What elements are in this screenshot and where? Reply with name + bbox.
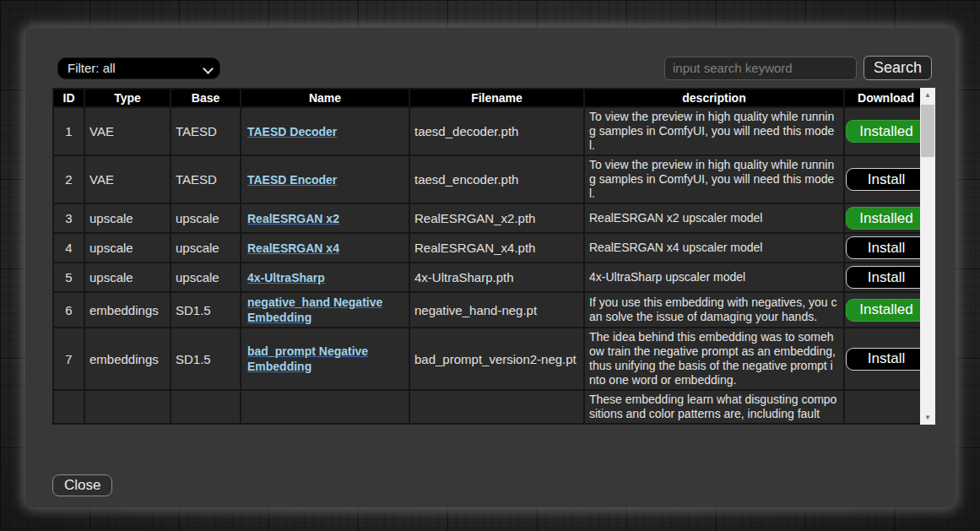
filter-dropdown-wrap: Filter: all bbox=[57, 57, 220, 79]
cell-type bbox=[85, 391, 170, 423]
cell-id: 3 bbox=[54, 204, 84, 232]
cell-download: Install bbox=[845, 156, 927, 203]
cell-filename: taesd_encoder.pth bbox=[410, 156, 583, 203]
cell-filename: RealESRGAN_x2.pth bbox=[410, 204, 583, 232]
cell-base: upscale bbox=[171, 263, 240, 291]
cell-type: VAE bbox=[85, 108, 170, 154]
cell-name: RealESRGAN x2 bbox=[241, 204, 409, 232]
cell-filename: taesd_decoder.pth bbox=[410, 108, 583, 154]
search-input[interactable] bbox=[664, 57, 857, 80]
cell-base: SD1.5 bbox=[171, 328, 240, 389]
table-row: 7 embeddings SD1.5 bad_prompt Negative E… bbox=[54, 328, 927, 389]
cell-type: embeddings bbox=[85, 293, 170, 327]
cell-download: Install bbox=[845, 263, 927, 291]
cell-type: embeddings bbox=[85, 328, 170, 389]
cell-description: The idea behind this embedding was to so… bbox=[585, 328, 843, 389]
cell-download: Installed bbox=[845, 293, 927, 327]
cell-filename bbox=[410, 391, 583, 423]
cell-name: TAESD Encoder bbox=[241, 156, 409, 203]
model-name-link[interactable]: TAESD Decoder bbox=[247, 125, 337, 138]
cell-id: 7 bbox=[54, 328, 84, 389]
model-name-link[interactable]: negative_hand Negative Embedding bbox=[247, 295, 382, 324]
filter-select[interactable]: Filter: all bbox=[57, 57, 220, 79]
model-table-viewport: IDTypeBaseNameFilenamedescriptionDownloa… bbox=[52, 88, 935, 425]
cell-description: RealESRGAN x2 upscaler model bbox=[585, 204, 843, 232]
table-row: These embedding learn what disgusting co… bbox=[54, 391, 927, 423]
cell-name: negative_hand Negative Embedding bbox=[241, 293, 409, 327]
scroll-down-icon[interactable]: ▼ bbox=[920, 410, 935, 425]
cell-base bbox=[171, 391, 240, 423]
cell-download bbox=[845, 391, 927, 423]
cell-name: bad_prompt Negative Embedding bbox=[241, 328, 409, 389]
cell-description: RealESRGAN x4 upscaler model bbox=[585, 234, 843, 262]
install-models-dialog: Filter: all Search IDTypeBaseNameFilenam… bbox=[25, 28, 956, 507]
model-name-link[interactable]: RealESRGAN x2 bbox=[247, 212, 339, 225]
cell-name: RealESRGAN x4 bbox=[241, 234, 409, 262]
table-row: 3 upscale upscale RealESRGAN x2 RealESRG… bbox=[54, 204, 927, 232]
cell-description: 4x-UltraSharp upscaler model bbox=[585, 263, 843, 291]
search-button[interactable]: Search bbox=[864, 56, 932, 80]
cell-type: upscale bbox=[85, 204, 170, 232]
column-header: Type bbox=[85, 89, 170, 106]
scroll-up-icon[interactable]: ▲ bbox=[920, 88, 935, 102]
cell-name bbox=[241, 391, 409, 423]
cell-download: Installed bbox=[845, 108, 927, 154]
model-name-link[interactable]: RealESRGAN x4 bbox=[247, 241, 339, 255]
download-button[interactable]: Install bbox=[846, 168, 927, 191]
table-row: 1 VAE TAESD TAESD Decoder taesd_decoder.… bbox=[54, 108, 927, 154]
table-header-row: IDTypeBaseNameFilenamedescriptionDownloa… bbox=[54, 89, 927, 106]
cell-base: SD1.5 bbox=[171, 293, 240, 327]
toolbar: Filter: all Search bbox=[52, 56, 932, 80]
cell-id: 6 bbox=[54, 293, 84, 327]
vertical-scrollbar[interactable]: ▲ ▼ bbox=[920, 88, 935, 425]
table-row: 4 upscale upscale RealESRGAN x4 RealESRG… bbox=[54, 234, 927, 262]
cell-description: To view the preview in high quality whil… bbox=[585, 156, 843, 203]
cell-type: VAE bbox=[85, 156, 170, 203]
table-row: 5 upscale upscale 4x-UltraSharp 4x-Ultra… bbox=[54, 263, 927, 291]
cell-id: 2 bbox=[54, 156, 84, 203]
cell-filename: 4x-UltraSharp.pth bbox=[410, 263, 583, 291]
cell-description: To view the preview in high quality whil… bbox=[585, 108, 843, 154]
cell-type: upscale bbox=[85, 263, 170, 291]
cell-base: upscale bbox=[171, 204, 240, 232]
cell-download: Install bbox=[845, 234, 927, 262]
cell-name: 4x-UltraSharp bbox=[241, 263, 409, 291]
download-button[interactable]: Install bbox=[846, 236, 927, 259]
column-header: Base bbox=[171, 89, 240, 106]
cell-filename: RealESRGAN_x4.pth bbox=[410, 234, 583, 262]
model-name-link[interactable]: bad_prompt Negative Embedding bbox=[247, 344, 368, 373]
model-name-link[interactable]: TAESD Encoder bbox=[247, 173, 337, 187]
model-name-link[interactable]: 4x-UltraSharp bbox=[247, 271, 325, 284]
cell-description: These embedding learn what disgusting co… bbox=[585, 391, 843, 423]
model-table-body: 1 VAE TAESD TAESD Decoder taesd_decoder.… bbox=[54, 108, 927, 423]
cell-description: If you use this embedding with negatives… bbox=[585, 293, 843, 327]
table-row: 2 VAE TAESD TAESD Encoder taesd_encoder.… bbox=[54, 156, 927, 203]
cell-base: TAESD bbox=[171, 108, 240, 154]
download-button[interactable]: Installed bbox=[846, 120, 927, 143]
cell-id: 4 bbox=[54, 234, 84, 262]
cell-name: TAESD Decoder bbox=[241, 108, 409, 154]
cell-filename: negative_hand-neg.pt bbox=[410, 293, 583, 327]
download-button[interactable]: Install bbox=[846, 348, 927, 371]
cell-type: upscale bbox=[85, 234, 170, 262]
column-header: description bbox=[585, 89, 843, 106]
close-button[interactable]: Close bbox=[52, 474, 112, 496]
download-button[interactable]: Installed bbox=[846, 207, 927, 230]
cell-download: Installed bbox=[845, 204, 927, 232]
table-row: 6 embeddings SD1.5 negative_hand Negativ… bbox=[54, 293, 927, 327]
cell-base: upscale bbox=[171, 234, 240, 262]
scrollbar-thumb[interactable] bbox=[921, 105, 934, 157]
search-group: Search bbox=[664, 56, 932, 80]
column-header: Filename bbox=[410, 89, 583, 106]
cell-download: Install bbox=[845, 328, 927, 389]
cell-base: TAESD bbox=[171, 156, 240, 203]
download-button[interactable]: Installed bbox=[846, 299, 927, 322]
model-table: IDTypeBaseNameFilenamedescriptionDownloa… bbox=[52, 88, 929, 425]
cell-id bbox=[54, 391, 84, 423]
cell-id: 1 bbox=[54, 108, 84, 154]
column-header: Download bbox=[845, 89, 927, 106]
cell-id: 5 bbox=[54, 263, 84, 291]
cell-filename: bad_prompt_version2-neg.pt bbox=[410, 328, 583, 389]
download-button[interactable]: Install bbox=[846, 266, 927, 289]
column-header: Name bbox=[241, 89, 409, 106]
